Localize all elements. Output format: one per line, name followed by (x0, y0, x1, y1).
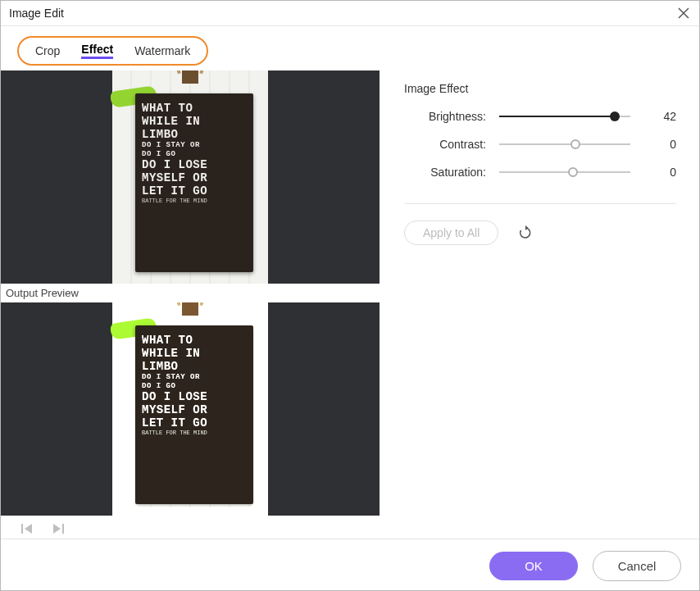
close-button[interactable] (676, 6, 691, 20)
left-column: WHAT TO WHILE IN LIMBO DO I STAY OR DO I… (1, 70, 380, 539)
skip-forward-icon (52, 522, 65, 535)
board-sign: WHAT TO WHILE IN LIMBO DO I STAY OR DO I… (135, 93, 253, 272)
tabstrip: Crop Effect Watermark (17, 36, 208, 66)
body: WHAT TO WHILE IN LIMBO DO I STAY OR DO I… (1, 70, 699, 539)
svg-rect-2 (21, 524, 23, 534)
output-image: WHAT TO WHILE IN LIMBO DO I STAY OR DO I… (112, 302, 268, 516)
footer: OK Cancel (1, 539, 699, 591)
window-title: Image Edit (9, 7, 64, 20)
brightness-value: 42 (647, 110, 676, 123)
brightness-slider[interactable] (499, 110, 630, 123)
svg-marker-6 (525, 225, 529, 230)
preview-image: WHAT TO WHILE IN LIMBO DO I STAY OR DO I… (112, 70, 268, 284)
contrast-thumb[interactable] (570, 139, 580, 149)
contrast-value: 0 (647, 138, 676, 151)
prev-image-button[interactable] (20, 522, 34, 539)
brightness-label: Brightness: (404, 110, 486, 123)
contrast-label: Contrast: (404, 138, 486, 151)
next-image-button[interactable] (52, 522, 65, 539)
brightness-thumb[interactable] (610, 111, 620, 121)
effect-section-title: Image Effect (404, 82, 676, 95)
titlebar: Image Edit (1, 1, 699, 26)
saturation-value: 0 (647, 166, 676, 179)
preview-nav (1, 516, 380, 539)
skip-back-icon (20, 522, 34, 535)
apply-row: Apply to All (404, 220, 676, 245)
saturation-row: Saturation: 0 (404, 166, 676, 179)
effect-panel: Image Effect Brightness: 42 Contrast: 0 (380, 70, 699, 539)
tab-effect[interactable]: Effect (81, 43, 113, 59)
contrast-slider[interactable] (499, 138, 630, 151)
output-preview-label: Output Preview (1, 284, 380, 302)
tab-watermark[interactable]: Watermark (134, 44, 190, 57)
apply-to-all-button[interactable]: Apply to All (404, 220, 498, 245)
reset-icon (518, 225, 533, 240)
svg-marker-4 (53, 524, 61, 534)
ok-button[interactable]: OK (489, 552, 578, 580)
saturation-thumb[interactable] (568, 167, 578, 177)
close-icon (678, 7, 689, 19)
divider (404, 203, 676, 204)
image-edit-window: Image Edit Crop Effect Watermark WHAT TO (0, 0, 700, 591)
brightness-row: Brightness: 42 (404, 110, 676, 123)
original-preview: WHAT TO WHILE IN LIMBO DO I STAY OR DO I… (1, 70, 380, 284)
saturation-label: Saturation: (404, 166, 486, 179)
svg-marker-3 (25, 524, 32, 534)
cancel-button[interactable]: Cancel (593, 551, 681, 581)
board-sign: WHAT TO WHILE IN LIMBO DO I STAY OR DO I… (135, 325, 253, 504)
output-preview: WHAT TO WHILE IN LIMBO DO I STAY OR DO I… (1, 302, 380, 516)
tab-crop[interactable]: Crop (35, 44, 60, 57)
svg-rect-5 (62, 524, 64, 534)
reset-button[interactable] (516, 224, 534, 242)
tabstrip-container: Crop Effect Watermark (1, 26, 699, 70)
saturation-slider[interactable] (499, 166, 630, 179)
contrast-row: Contrast: 0 (404, 138, 676, 151)
